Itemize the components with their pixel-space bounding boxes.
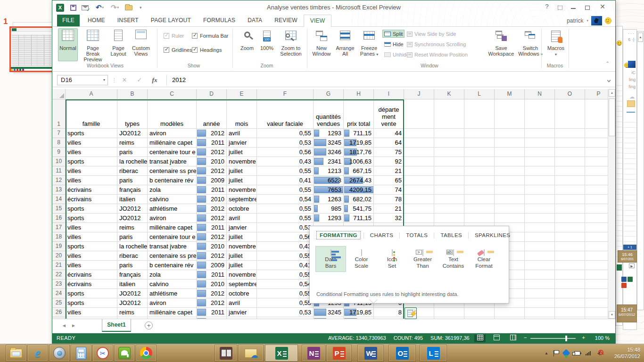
normal-view-button[interactable]: Normal xyxy=(58,28,78,61)
dropbox-icon[interactable] xyxy=(562,349,570,357)
grid-cell[interactable] xyxy=(555,298,585,308)
scroll-up-icon[interactable]: ▲ xyxy=(638,33,643,42)
grid-cell[interactable]: 7653 xyxy=(314,185,344,195)
grid-cell[interactable]: écrivains xyxy=(66,270,117,280)
grid-cell[interactable]: 0,56 xyxy=(257,232,314,242)
taskbar-calculator-button[interactable] xyxy=(71,345,91,362)
column-title-cell[interactable]: mois xyxy=(227,99,257,129)
grid-cell[interactable] xyxy=(555,148,585,157)
grid-cell[interactable] xyxy=(585,176,608,185)
grid-cell[interactable] xyxy=(495,129,525,138)
quick-analysis-button[interactable]: ⚡ xyxy=(405,307,417,319)
grid-cell[interactable] xyxy=(404,129,434,138)
formula-bar-grip[interactable]: ⋮ xyxy=(112,75,117,85)
grid-cell[interactable]: 2011 xyxy=(197,223,227,232)
grid-cell[interactable] xyxy=(525,157,555,166)
grid-cell[interactable]: 711,15 xyxy=(344,129,374,138)
column-title-cell[interactable]: départe ment vente xyxy=(374,99,404,129)
grid-cell[interactable]: millénaire capet xyxy=(148,138,197,148)
qa-item-icon-set[interactable]: Icon Set xyxy=(377,246,407,272)
grid-cell[interactable] xyxy=(555,214,585,223)
grid-cell[interactable] xyxy=(464,195,495,204)
column-header-A[interactable]: A xyxy=(66,89,117,99)
grid-cell[interactable]: 1213 xyxy=(314,166,344,176)
grid-cell[interactable]: aviron xyxy=(148,129,197,138)
grid-cell[interactable] xyxy=(555,99,585,129)
row-header-14[interactable]: 14 xyxy=(52,195,66,204)
grid-cell[interactable] xyxy=(585,261,608,270)
grid-cell[interactable]: 2012 xyxy=(197,289,227,298)
grid-cell[interactable]: aviron xyxy=(148,214,197,223)
row-header-10[interactable]: 10 xyxy=(52,157,66,166)
column-header-P[interactable]: P xyxy=(585,89,608,99)
grid-cell[interactable] xyxy=(495,138,525,148)
row-header-12[interactable]: 12 xyxy=(52,176,66,185)
qa-tab-sparklines[interactable]: SPARKLINES xyxy=(471,231,513,239)
grid-cell[interactable] xyxy=(585,148,608,157)
custom-views-button[interactable]: Custom Views xyxy=(130,28,152,61)
grid-cell[interactable] xyxy=(555,223,585,232)
grid-cell[interactable]: 0,55 xyxy=(257,214,314,223)
select-all-corner[interactable] xyxy=(52,89,66,99)
hide-button[interactable]: Hide xyxy=(382,40,405,48)
grid-cell[interactable]: athlétisme xyxy=(148,204,197,214)
grid-cell[interactable]: écrivains xyxy=(66,195,117,204)
zoom-button[interactable]: Zoom xyxy=(237,28,257,61)
grid-cell[interactable] xyxy=(525,223,555,232)
grid-cell[interactable] xyxy=(555,261,585,270)
grid-cell[interactable]: 667,15 xyxy=(344,166,374,176)
taskbar-outlook-button[interactable]: O xyxy=(388,345,416,362)
grid-cell[interactable] xyxy=(495,148,525,157)
taskbar-powerpoint-button[interactable]: P xyxy=(326,345,352,362)
grid-cell[interactable] xyxy=(585,298,608,308)
grid-cell[interactable]: 682,02 xyxy=(344,195,374,204)
cancel-entry-icon[interactable]: ✕ xyxy=(118,75,131,85)
grid-cell[interactable]: millénaire capet xyxy=(148,308,197,317)
grid-cell[interactable]: villes xyxy=(66,138,117,148)
grid-cell[interactable] xyxy=(585,280,608,289)
grid-cell[interactable] xyxy=(434,157,464,166)
grid-cell[interactable]: reims xyxy=(117,138,148,148)
qa-tab-tables[interactable]: TABLES xyxy=(437,231,465,239)
qa-tab-totals[interactable]: TOTALS xyxy=(403,231,431,239)
grid-cell[interactable] xyxy=(555,204,585,214)
grid-cell[interactable]: 2012 xyxy=(197,298,227,308)
grid-cell[interactable]: 2012 xyxy=(197,148,227,157)
qa-item-clear-format[interactable]: Clear Format xyxy=(469,246,499,272)
grid-cell[interactable] xyxy=(464,138,495,148)
grid-cell[interactable] xyxy=(525,129,555,138)
taskbar-explorer-button[interactable] xyxy=(6,345,26,362)
grid-cell[interactable]: septembre xyxy=(227,280,257,289)
zoom-in-icon[interactable]: + xyxy=(582,335,585,340)
column-title-cell[interactable]: types xyxy=(117,99,148,129)
grid-cell[interactable] xyxy=(525,148,555,157)
grid-cell[interactable]: 1006,63 xyxy=(344,157,374,166)
row-header-20[interactable]: 20 xyxy=(52,251,66,261)
qa-tab-charts[interactable]: CHARTS xyxy=(367,231,396,239)
grid-cell[interactable] xyxy=(404,157,434,166)
grid-cell[interactable]: 0,55 xyxy=(257,289,314,298)
grid-cell[interactable]: villes xyxy=(66,148,117,157)
column-header-B[interactable]: B xyxy=(117,89,148,99)
grid-cell[interactable]: juillet xyxy=(227,232,257,242)
grid-cell[interactable]: JO2012 xyxy=(117,129,148,138)
grid-cell[interactable]: villes xyxy=(66,261,117,270)
grid-cell[interactable]: 2010 xyxy=(197,195,227,204)
grid-cell[interactable] xyxy=(464,166,495,176)
column-header-C[interactable]: C xyxy=(148,89,197,99)
column-title-cell[interactable]: quantités vendues xyxy=(314,99,344,129)
row-header-23[interactable]: 23 xyxy=(52,280,66,289)
qa-item-color-scale[interactable]: Color Scale xyxy=(346,246,377,272)
grid-cell[interactable]: sports xyxy=(66,289,117,298)
maximize-icon[interactable] xyxy=(581,2,594,11)
grid-cell[interactable]: transat jvabre xyxy=(148,242,197,251)
grid-cell[interactable] xyxy=(585,308,608,317)
new-window-button[interactable]: New Window xyxy=(311,28,332,61)
grid-cell[interactable] xyxy=(555,232,585,242)
grid-cell[interactable]: 4209,15 xyxy=(344,185,374,195)
zoom-slider[interactable]: − + xyxy=(524,335,590,342)
grid-cell[interactable] xyxy=(525,242,555,251)
grid-cell[interactable]: calvino xyxy=(148,195,197,204)
grid-cell[interactable] xyxy=(585,251,608,261)
grid-cell[interactable] xyxy=(525,280,555,289)
